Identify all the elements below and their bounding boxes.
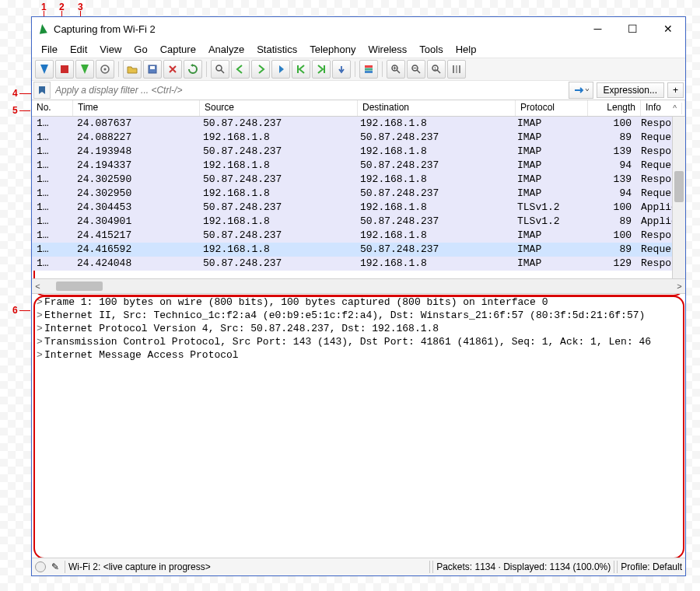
cell-time: 24.087637: [72, 117, 198, 131]
resize-columns-button[interactable]: [447, 60, 466, 79]
menu-edit[interactable]: Edit: [64, 42, 93, 57]
expand-icon[interactable]: >: [35, 323, 44, 334]
filter-apply-dropdown[interactable]: [569, 82, 593, 99]
col-protocol[interactable]: Protocol: [516, 100, 588, 116]
cell-time: 24.415217: [72, 229, 198, 243]
svg-point-5: [216, 65, 222, 71]
packet-list-body[interactable]: 1…24.08763750.87.248.237192.168.1.8IMAP1…: [32, 117, 685, 278]
protocol-tree-item[interactable]: >Frame 1: 100 bytes on wire (800 bits), …: [35, 296, 682, 309]
menu-go[interactable]: Go: [128, 42, 153, 57]
packet-row[interactable]: 1…24.088227192.168.1.850.87.248.237IMAP8…: [32, 131, 685, 145]
packet-row[interactable]: 1…24.30445350.87.248.237192.168.1.8TLSv1…: [32, 201, 685, 215]
packet-row[interactable]: 1…24.302950192.168.1.850.87.248.237IMAP9…: [32, 187, 685, 201]
menu-tools[interactable]: Tools: [413, 42, 449, 57]
go-last-button[interactable]: [312, 60, 331, 79]
menu-wireless[interactable]: Wireless: [362, 42, 413, 57]
expression-button[interactable]: Expression...: [597, 82, 664, 98]
menu-statistics[interactable]: Statistics: [250, 42, 303, 57]
col-length[interactable]: Length: [588, 100, 641, 116]
toolbar-separator: [206, 61, 207, 77]
expand-icon[interactable]: >: [35, 296, 44, 308]
add-filter-button[interactable]: +: [667, 82, 684, 98]
restart-capture-button[interactable]: [75, 60, 94, 79]
cell-len: 139: [584, 173, 636, 187]
toolbar-separator: [382, 61, 383, 77]
status-bar: ✎ Wi-Fi 2: <live capture in progress> Pa…: [32, 558, 685, 575]
zoom-reset-button[interactable]: 1: [427, 60, 446, 79]
status-capture-text: Wi-Fi 2: <live capture in progress>: [68, 561, 211, 572]
packet-row[interactable]: 1…24.30259050.87.248.237192.168.1.8IMAP1…: [32, 173, 685, 187]
auto-scroll-button[interactable]: [332, 60, 351, 79]
cell-dst: 192.168.1.8: [355, 229, 513, 243]
bookmark-filter-icon[interactable]: [33, 82, 51, 99]
zoom-out-button[interactable]: [407, 60, 425, 79]
scroll-up-icon[interactable]: ^: [668, 103, 682, 114]
annotation-5: 5: [12, 105, 18, 116]
packet-row[interactable]: 1…24.304901192.168.1.850.87.248.237TLSv1…: [32, 215, 685, 229]
statusbar-separator: [65, 561, 65, 573]
packet-row[interactable]: 1…24.42404850.87.248.237192.168.1.8IMAP1…: [32, 257, 685, 271]
save-button[interactable]: [143, 60, 162, 79]
close-button[interactable]: ✕: [650, 17, 685, 40]
packet-row[interactable]: 1…24.08763750.87.248.237192.168.1.8IMAP1…: [32, 117, 685, 131]
protocol-tree-item[interactable]: >Internet Message Access Protocol: [35, 348, 682, 362]
go-next-button[interactable]: [251, 60, 270, 79]
cell-time: 24.416592: [72, 243, 198, 257]
cell-proto: TLSv1.2: [513, 215, 584, 229]
scroll-right-icon[interactable]: >: [674, 282, 685, 291]
app-window: Capturing from Wi-Fi 2 ─ ☐ ✕ File Edit V…: [31, 16, 686, 576]
expand-icon[interactable]: >: [35, 349, 44, 361]
svg-line-15: [397, 70, 400, 73]
protocol-tree-item[interactable]: >Internet Protocol Version 4, Src: 50.87…: [35, 322, 682, 335]
cell-proto: IMAP: [513, 229, 584, 243]
close-file-button[interactable]: [163, 60, 182, 79]
packet-row[interactable]: 1…24.19394850.87.248.237192.168.1.8IMAP1…: [32, 145, 685, 159]
reload-button[interactable]: [184, 60, 202, 79]
col-time[interactable]: Time: [73, 100, 200, 116]
expand-icon[interactable]: >: [35, 336, 44, 348]
cell-no: 1…: [32, 229, 72, 243]
cell-src: 192.168.1.8: [198, 131, 355, 145]
menu-view[interactable]: View: [93, 42, 128, 57]
horizontal-scrollbar[interactable]: < >: [32, 278, 685, 293]
packet-details-pane[interactable]: >Frame 1: 100 bytes on wire (800 bits), …: [32, 294, 685, 568]
menu-telephony[interactable]: Telephony: [303, 42, 362, 57]
menu-help[interactable]: Help: [450, 42, 483, 57]
cell-len: 100: [584, 201, 636, 215]
find-packet-button[interactable]: [211, 60, 229, 79]
expert-info-button[interactable]: [35, 561, 46, 572]
expand-icon[interactable]: >: [35, 309, 44, 321]
open-file-button[interactable]: [123, 60, 142, 79]
go-prev-button[interactable]: [231, 60, 250, 79]
packet-row[interactable]: 1…24.194337192.168.1.850.87.248.237IMAP9…: [32, 159, 685, 173]
go-to-packet-button[interactable]: [271, 60, 290, 79]
menu-analyze[interactable]: Analyze: [202, 42, 250, 57]
protocol-tree-item[interactable]: >Ethernet II, Src: Technico_1c:f2:a4 (e0…: [35, 309, 682, 322]
capture-options-button[interactable]: [96, 60, 114, 79]
stop-capture-button[interactable]: [55, 60, 74, 79]
col-destination[interactable]: Destination: [358, 100, 516, 116]
maximize-button[interactable]: ☐: [615, 17, 650, 40]
display-filter-input[interactable]: [52, 83, 569, 97]
scrollbar-thumb[interactable]: [674, 171, 684, 202]
status-profile-text[interactable]: Profile: Default: [621, 561, 682, 572]
col-no[interactable]: No.: [32, 100, 73, 116]
protocol-tree-item[interactable]: >Transmission Control Protocol, Src Port…: [35, 335, 682, 348]
menu-file[interactable]: File: [35, 42, 64, 57]
scroll-left-icon[interactable]: <: [32, 282, 44, 291]
cell-no: 1…: [32, 187, 72, 201]
vertical-scrollbar[interactable]: [672, 117, 685, 279]
cell-src: 192.168.1.8: [198, 159, 355, 173]
cell-dst: 50.87.248.237: [355, 131, 513, 145]
zoom-in-button[interactable]: [387, 60, 405, 79]
edit-capture-comment-button[interactable]: ✎: [49, 561, 61, 573]
col-source[interactable]: Source: [200, 100, 358, 116]
packet-row[interactable]: 1…24.416592192.168.1.850.87.248.237IMAP8…: [32, 243, 685, 257]
scrollbar-thumb[interactable]: [56, 282, 103, 291]
menu-capture[interactable]: Capture: [154, 42, 202, 57]
start-capture-button[interactable]: [35, 60, 54, 79]
minimize-button[interactable]: ─: [580, 17, 615, 40]
packet-row[interactable]: 1…24.41521750.87.248.237192.168.1.8IMAP1…: [32, 229, 685, 243]
go-first-button[interactable]: [292, 60, 310, 79]
colorize-button[interactable]: [359, 60, 378, 79]
